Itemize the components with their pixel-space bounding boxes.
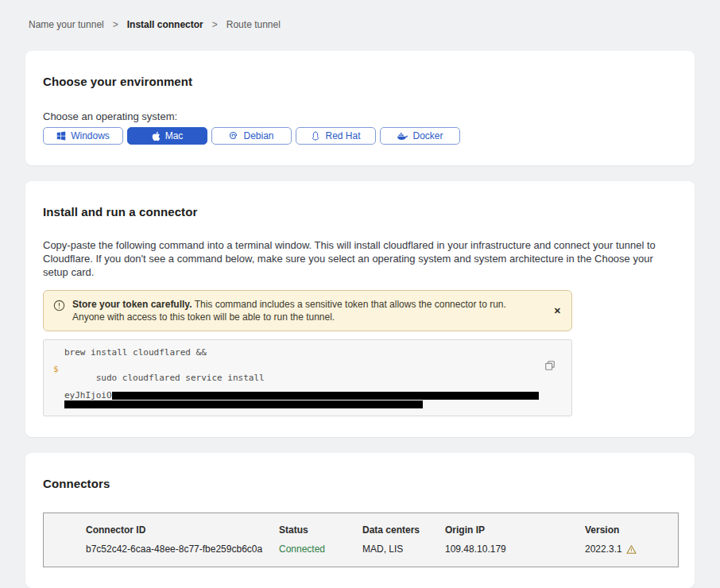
breadcrumb-separator: > — [212, 19, 218, 30]
col-origin-ip: Origin IP — [445, 524, 585, 536]
install-card-title: Install and run a connector — [43, 205, 677, 219]
os-select-label: Choose an operating system: — [43, 110, 677, 122]
copy-icon[interactable] — [544, 360, 555, 373]
alert-title: Store your token carefully. — [72, 299, 192, 310]
install-command-block: brew install cloudflared && $sudo cloudf… — [43, 339, 572, 416]
os-button-debian[interactable]: Debian — [211, 127, 292, 145]
cell-origin-ip: 109.48.10.179 — [445, 544, 585, 555]
table-header-row: Connector ID Status Data centers Origin … — [86, 524, 678, 544]
environment-card-title: Choose your environment — [43, 75, 677, 88]
col-data-centers: Data centers — [362, 524, 445, 536]
breadcrumb-separator: > — [113, 19, 118, 30]
token-line: eyJhIjoiO — [64, 391, 540, 400]
breadcrumb-install-connector[interactable]: Install connector — [127, 19, 203, 30]
os-button-mac[interactable]: Mac — [127, 127, 207, 145]
breadcrumb-name-your-tunnel[interactable]: Name your tunnel — [29, 19, 104, 30]
token-warning-alert: Store your token carefully. This command… — [43, 290, 572, 331]
os-button-label: Mac — [165, 130, 184, 141]
environment-card: Choose your environment Choose an operat… — [25, 51, 695, 165]
redacted-token-bar — [64, 400, 423, 408]
cell-data-centers: MAD, LIS — [362, 544, 445, 555]
col-status: Status — [279, 524, 362, 536]
debian-logo-icon — [229, 131, 238, 141]
warning-triangle-icon — [626, 544, 637, 555]
os-button-label: Docker — [412, 130, 443, 141]
windows-logo-icon — [56, 131, 66, 141]
code-line-sudo-text: sudo cloudflared service install — [96, 373, 265, 383]
cell-connector-id: b7c52c42-6caa-48ee-8c77-fbe259cb6c0a — [86, 544, 279, 555]
redhat-logo-icon — [311, 131, 320, 141]
connectors-table: Connector ID Status Data centers Origin … — [43, 513, 679, 567]
close-icon[interactable]: ✕ — [554, 307, 561, 315]
token-line-2 — [64, 400, 540, 408]
cell-version: 2022.3.1 — [585, 544, 678, 555]
os-button-label: Debian — [243, 130, 273, 141]
version-number: 2022.3.1 — [585, 544, 622, 555]
docker-logo-icon — [397, 132, 408, 141]
os-button-label: Red Hat — [325, 130, 360, 141]
os-button-windows[interactable]: Windows — [43, 127, 123, 145]
connectors-card-title: Connectors — [43, 477, 677, 490]
redacted-token-bar — [112, 392, 539, 400]
code-line-brew: brew install cloudflared && — [64, 347, 540, 358]
breadcrumb-route-tunnel[interactable]: Route tunnel — [226, 19, 281, 30]
status-badge: Connected — [279, 544, 362, 555]
apple-logo-icon — [152, 131, 161, 141]
col-version: Version — [585, 524, 678, 536]
connectors-card: Connectors Connector ID Status Data cent… — [25, 453, 695, 588]
install-description: Copy-paste the following command into a … — [43, 238, 677, 279]
shell-prompt: $ — [53, 365, 59, 373]
os-button-group: Windows Mac Debian Red Hat Docker — [43, 127, 677, 145]
alert-info-icon — [53, 300, 65, 323]
os-button-docker[interactable]: Docker — [380, 127, 460, 145]
code-line-sudo: $sudo cloudflared service install — [64, 365, 540, 391]
alert-text: Store your token carefully. This command… — [72, 298, 540, 323]
os-button-redhat[interactable]: Red Hat — [296, 127, 376, 145]
token-prefix: eyJhIjoiO — [64, 391, 112, 400]
install-card: Install and run a connector Copy-paste t… — [25, 181, 695, 437]
breadcrumb: Name your tunnel > Install connector > R… — [0, 0, 720, 30]
os-button-label: Windows — [71, 130, 110, 141]
col-connector-id: Connector ID — [86, 524, 279, 536]
table-row: b7c52c42-6caa-48ee-8c77-fbe259cb6c0a Con… — [86, 544, 678, 557]
